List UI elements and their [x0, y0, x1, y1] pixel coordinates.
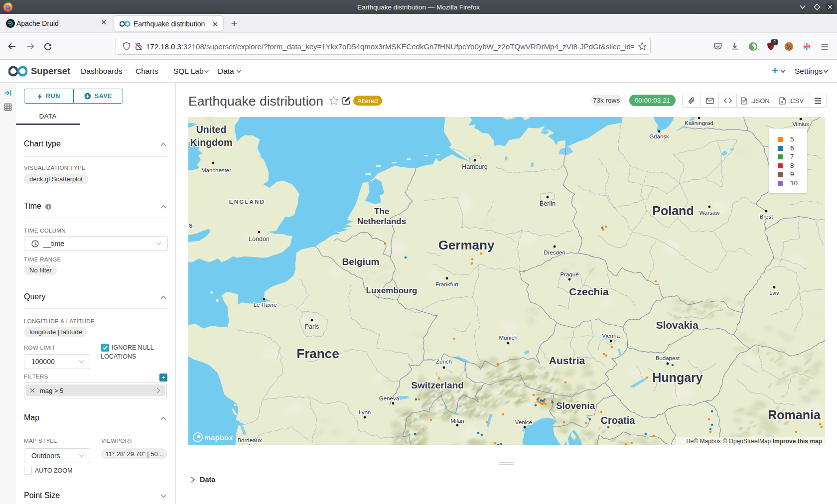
- svg-text:ENGLAND: ENGLAND: [229, 199, 265, 205]
- svg-text:Bordeaux: Bordeaux: [237, 437, 262, 443]
- svg-text:Germany: Germany: [438, 238, 495, 252]
- svg-text:Paris: Paris: [305, 323, 319, 330]
- svg-text:The: The: [374, 207, 389, 216]
- svg-text:Hungary: Hungary: [652, 371, 703, 384]
- svg-text:Vilnius: Vilnius: [792, 121, 809, 127]
- svg-text:Venice: Venice: [515, 419, 533, 425]
- svg-text:Zurich: Zurich: [436, 359, 452, 365]
- svg-text:Slovakia: Slovakia: [656, 319, 698, 331]
- svg-text:Prague: Prague: [560, 271, 578, 277]
- svg-text:Dresden: Dresden: [544, 250, 565, 255]
- svg-text:Kaliningrad: Kaliningrad: [685, 120, 713, 126]
- svg-text:Lviv: Lviv: [769, 290, 779, 296]
- svg-text:Frankfurt: Frankfurt: [435, 281, 459, 287]
- svg-text:Brest: Brest: [760, 214, 774, 220]
- svg-text:Vienna: Vienna: [602, 333, 620, 339]
- svg-text:Le Havre: Le Havre: [254, 302, 277, 308]
- svg-text:Netherlands: Netherlands: [357, 217, 406, 226]
- svg-text:Czechia: Czechia: [569, 286, 609, 297]
- svg-text:Croatia: Croatia: [601, 415, 636, 426]
- svg-text:Milan: Milan: [450, 418, 464, 424]
- svg-text:Lyon: Lyon: [359, 409, 371, 415]
- svg-text:mapbox: mapbox: [204, 433, 233, 442]
- svg-text:Austria: Austria: [549, 355, 585, 366]
- svg-text:United: United: [196, 124, 227, 135]
- svg-text:Geneva: Geneva: [379, 395, 400, 401]
- svg-text:Warsaw: Warsaw: [699, 210, 720, 216]
- svg-text:Munich: Munich: [499, 335, 517, 341]
- svg-text:ES: ES: [188, 223, 194, 229]
- svg-text:Berlin: Berlin: [540, 200, 556, 207]
- svg-text:France: France: [296, 346, 339, 361]
- svg-text:Poland: Poland: [652, 204, 694, 218]
- svg-text:Gdansk: Gdansk: [649, 133, 669, 139]
- svg-text:Belgium: Belgium: [342, 256, 380, 267]
- svg-text:Slovenia: Slovenia: [556, 400, 595, 411]
- svg-text:Manchester: Manchester: [201, 167, 231, 173]
- svg-text:London: London: [249, 236, 270, 243]
- svg-text:Switzerland: Switzerland: [411, 380, 464, 390]
- svg-text:Romania: Romania: [768, 408, 821, 422]
- svg-text:Hamburg: Hamburg: [462, 163, 487, 170]
- svg-text:Luxembourg: Luxembourg: [366, 286, 418, 295]
- svg-text:Budapest: Budapest: [656, 355, 680, 361]
- svg-text:Kingdom: Kingdom: [190, 137, 232, 148]
